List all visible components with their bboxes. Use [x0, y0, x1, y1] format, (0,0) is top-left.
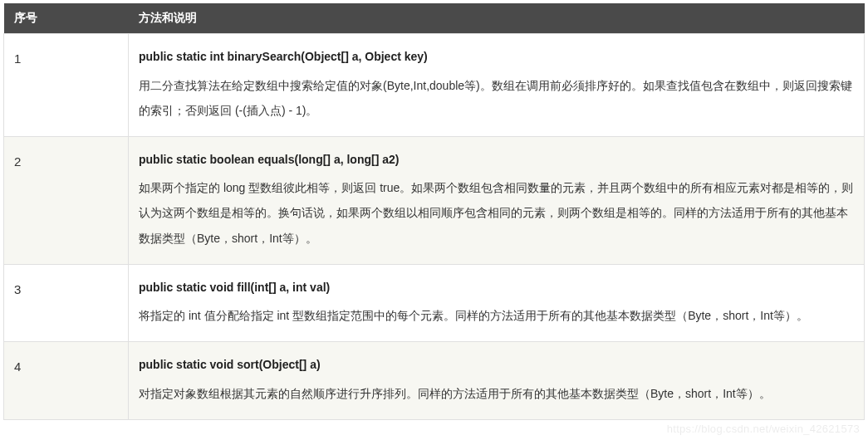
method-description: 对指定对象数组根据其元素的自然顺序进行升序排列。同样的方法适用于所有的其他基本数… — [139, 387, 771, 400]
methods-table: 序号 方法和说明 1 public static int binarySearc… — [3, 3, 865, 420]
table-row: 2 public static boolean equals(long[] a,… — [4, 136, 865, 264]
method-signature: public static void sort(Object[] a) — [139, 354, 854, 376]
method-signature: public static int binarySearch(Object[] … — [139, 46, 854, 68]
row-index: 1 — [4, 34, 129, 137]
watermark-text: https://blog.csdn.net/weixin_42621573 — [667, 423, 860, 423]
row-method-cell: public static void sort(Object[] a) 对指定对… — [129, 342, 865, 420]
table-row: 3 public static void fill(int[] a, int v… — [4, 264, 865, 342]
row-index: 3 — [4, 264, 129, 342]
row-index: 4 — [4, 342, 129, 420]
row-method-cell: public static int binarySearch(Object[] … — [129, 34, 865, 137]
table-header-row: 序号 方法和说明 — [4, 3, 865, 34]
table-row: 1 public static int binarySearch(Object[… — [4, 34, 865, 137]
method-signature: public static void fill(int[] a, int val… — [139, 276, 854, 299]
row-method-cell: public static void fill(int[] a, int val… — [129, 264, 865, 342]
method-signature: public static boolean equals(long[] a, l… — [139, 149, 854, 171]
table-row: 4 public static void sort(Object[] a) 对指… — [4, 342, 865, 420]
method-description: 用二分查找算法在给定数组中搜索给定值的对象(Byte,Int,double等)。… — [139, 79, 852, 117]
row-index: 2 — [4, 136, 129, 264]
row-method-cell: public static boolean equals(long[] a, l… — [129, 136, 865, 264]
method-description: 如果两个指定的 long 型数组彼此相等，则返回 true。如果两个数组包含相同… — [139, 181, 853, 244]
header-method: 方法和说明 — [129, 3, 865, 34]
method-description: 将指定的 int 值分配给指定 int 型数组指定范围中的每个元素。同样的方法适… — [139, 309, 808, 322]
header-index: 序号 — [4, 3, 129, 34]
